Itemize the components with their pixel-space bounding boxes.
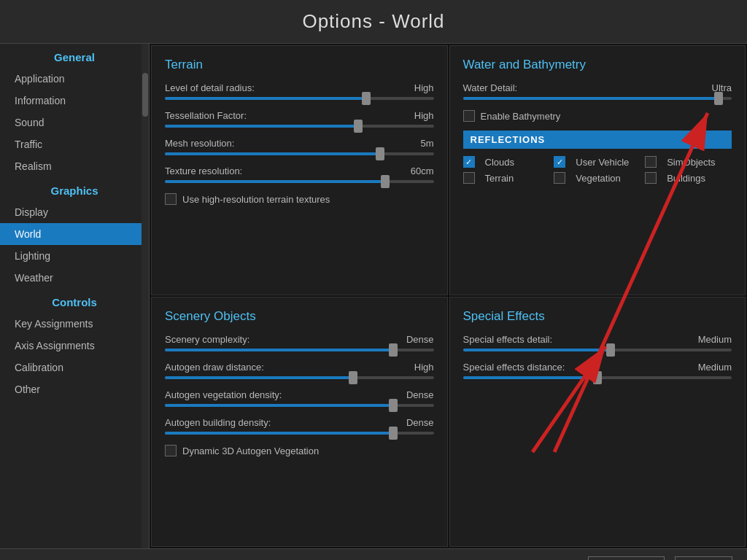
water-detail-label: Water Detail: (463, 82, 692, 93)
check-icon: ✓ (465, 158, 472, 167)
bathymetry-checkbox[interactable] (463, 110, 475, 122)
mesh-res-row: Mesh resolution: 5m (165, 138, 434, 155)
reflection-clouds-checkbox[interactable]: ✓ (463, 156, 475, 168)
lod-radius-row: Level of detail radius: High (165, 82, 434, 100)
sidebar-item-display[interactable]: Display (0, 201, 149, 223)
tessellation-value: High (394, 110, 434, 121)
sidebar-item-world[interactable]: World (0, 223, 149, 245)
autogen-veg-row: Autogen vegetation density: Dense (165, 389, 434, 407)
cancel-button[interactable]: Cancel (588, 556, 665, 560)
autogen-building-value: Dense (394, 417, 434, 428)
ok-button[interactable]: OK (675, 556, 732, 560)
fx-distance-slider[interactable] (463, 376, 732, 379)
autogen-building-row: Autogen building density: Dense (165, 417, 434, 435)
sidebar-item-lighting[interactable]: Lighting (0, 245, 149, 267)
reflections-grid: ✓ Clouds ✓ User Vehicle SimObjects Terr (463, 156, 732, 184)
reflection-simobjects-label: SimObjects (667, 157, 715, 168)
texture-res-label: Texture resolution: (165, 166, 394, 176)
sidebar-scrollbar-thumb (142, 73, 148, 117)
fx-detail-row: Special effects detail: Medium (463, 334, 732, 351)
autogen-veg-value: Dense (394, 389, 434, 400)
reflection-terrain: Terrain (463, 172, 550, 184)
bathymetry-row: Enable Bathymetry (463, 110, 732, 122)
fx-detail-label: Special effects detail: (463, 334, 692, 345)
reflection-clouds-label: Clouds (485, 157, 514, 168)
high-res-terrain-checkbox[interactable] (165, 193, 177, 205)
sidebar-item-traffic[interactable]: Traffic (0, 133, 149, 155)
check-icon: ✓ (557, 158, 563, 167)
fx-distance-label: Special effects distance: (463, 362, 692, 373)
autogen-veg-label: Autogen vegetation density: (165, 389, 394, 400)
special-effects-panel: Special Effects Special effects detail: … (449, 297, 746, 547)
scenery-panel: Scenery Objects Scenery complexity: Dens… (151, 297, 448, 547)
autogen-building-slider[interactable] (165, 432, 434, 435)
sidebar-item-application[interactable]: Application (0, 68, 149, 90)
reflection-buildings: Buildings (645, 172, 732, 184)
content-area: Terrain Level of detail radius: High Tes… (150, 44, 747, 548)
reflection-user-vehicle-checkbox[interactable]: ✓ (554, 156, 565, 168)
fx-distance-value: Medium (692, 362, 732, 373)
autogen-veg-slider[interactable] (165, 404, 434, 407)
autogen-building-label: Autogen building density: (165, 417, 394, 428)
bathymetry-label: Enable Bathymetry (481, 111, 561, 122)
fx-detail-slider[interactable] (463, 349, 732, 351)
mesh-res-value: 5m (394, 138, 434, 149)
sidebar-item-realism[interactable]: Realism (0, 155, 149, 177)
header: Options - World (0, 0, 747, 44)
reflection-clouds: ✓ Clouds (463, 156, 550, 168)
terrain-panel: Terrain Level of detail radius: High Tes… (151, 45, 448, 295)
reflection-vegetation-checkbox[interactable] (554, 172, 565, 184)
reflection-buildings-label: Buildings (667, 173, 705, 184)
autogen-draw-row: Autogen draw distance: High (165, 362, 434, 379)
special-effects-title: Special Effects (463, 309, 732, 324)
dynamic-autogen-checkbox[interactable] (165, 445, 177, 456)
autogen-draw-label: Autogen draw distance: (165, 362, 394, 373)
autogen-draw-slider[interactable] (165, 376, 434, 379)
water-detail-slider[interactable] (463, 97, 732, 100)
sidebar-item-axis-assignments[interactable]: Axis Assignments (0, 335, 149, 357)
texture-res-slider[interactable] (165, 180, 434, 183)
high-res-terrain-row: Use high-resolution terrain textures (165, 193, 434, 205)
tessellation-slider[interactable] (165, 125, 434, 128)
reflection-simobjects: SimObjects (645, 156, 732, 168)
sidebar-graphics-heading: Graphics (0, 177, 149, 201)
lod-radius-label: Level of detail radius: (165, 82, 394, 93)
texture-res-value: 60cm (394, 166, 434, 176)
water-title: Water and Bathymetry (463, 58, 732, 72)
texture-res-row: Texture resolution: 60cm (165, 166, 434, 183)
main-layout: General Application Information Sound Tr… (0, 44, 747, 548)
scenery-complexity-row: Scenery complexity: Dense (165, 334, 434, 351)
dynamic-autogen-label: Dynamic 3D Autogen Vegetation (182, 446, 319, 456)
sidebar-item-information[interactable]: Information (0, 90, 149, 112)
reflections-header: REFLECTIONS (463, 131, 732, 149)
scenery-complexity-label: Scenery complexity: (165, 334, 394, 345)
sidebar-item-sound[interactable]: Sound (0, 112, 149, 133)
reflection-buildings-checkbox[interactable] (645, 172, 657, 184)
reflection-vegetation: Vegetation (554, 172, 640, 184)
sidebar-general-heading: General (0, 44, 149, 68)
sidebar-controls-heading: Controls (0, 289, 149, 313)
mesh-res-label: Mesh resolution: (165, 138, 394, 149)
page-title: Options - World (0, 10, 747, 33)
reflection-user-vehicle-label: User Vehicle (576, 157, 629, 168)
sidebar-item-key-assignments[interactable]: Key Assignments (0, 313, 149, 335)
lod-radius-value: High (394, 82, 434, 93)
reflection-terrain-checkbox[interactable] (463, 172, 475, 184)
reflection-user-vehicle: ✓ User Vehicle (554, 156, 640, 168)
footer: Cancel OK (0, 548, 747, 560)
sidebar-scrollbar[interactable] (142, 44, 149, 548)
reflection-simobjects-checkbox[interactable] (645, 156, 657, 168)
scenery-complexity-slider[interactable] (165, 349, 434, 351)
dynamic-autogen-row: Dynamic 3D Autogen Vegetation (165, 445, 434, 456)
sidebar-item-other[interactable]: Other (0, 378, 149, 400)
high-res-terrain-label: Use high-resolution terrain textures (182, 194, 330, 205)
lod-radius-slider[interactable] (165, 97, 434, 100)
scenery-complexity-value: Dense (394, 334, 434, 345)
sidebar-item-calibration[interactable]: Calibration (0, 357, 149, 378)
fx-distance-row: Special effects distance: Medium (463, 362, 732, 379)
sidebar-item-weather[interactable]: Weather (0, 267, 149, 289)
reflection-vegetation-label: Vegetation (576, 173, 620, 184)
mesh-res-slider[interactable] (165, 152, 434, 155)
water-detail-value: Ultra (692, 82, 732, 93)
fx-detail-value: Medium (692, 334, 732, 345)
